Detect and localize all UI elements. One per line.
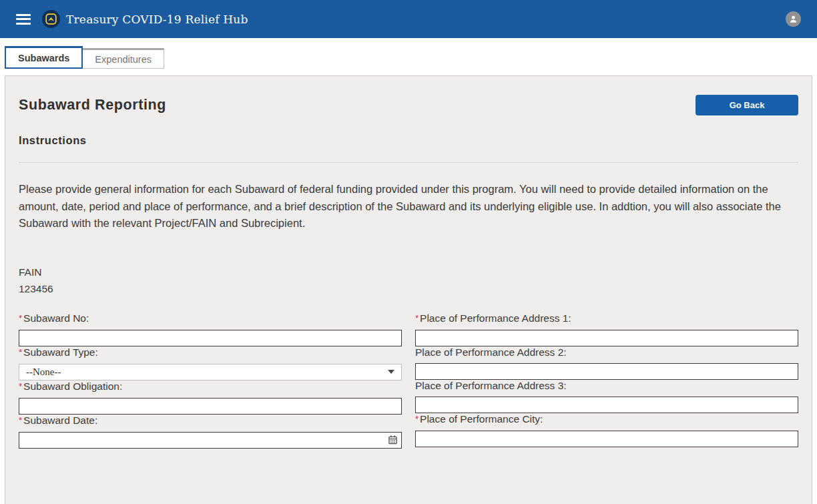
required-asterisk: * <box>19 313 22 323</box>
fain-value: 123456 <box>19 280 798 297</box>
required-asterisk: * <box>19 415 22 425</box>
required-asterisk: * <box>415 313 419 323</box>
field-subaward-obligation-input[interactable] <box>19 398 402 415</box>
tab-bar: Subawards Expenditures <box>0 46 817 69</box>
instructions-heading: Instructions <box>19 134 798 147</box>
field-subaward-date: *Subaward Date: <box>19 415 402 449</box>
field-pop-address-2-label: Place of Performance Address 2: <box>415 346 798 358</box>
field-subaward-date-wrapper <box>19 432 402 449</box>
field-pop-city-label: *Place of Performance City: <box>415 413 798 426</box>
dropdown-caret-icon <box>388 370 394 374</box>
fain-label: FAIN <box>19 264 798 280</box>
field-pop-address-2-input[interactable] <box>415 363 798 380</box>
field-subaward-type: *Subaward Type:--None-- <box>19 346 402 381</box>
field-subaward-type-label: *Subaward Type: <box>19 346 402 359</box>
subaward-form: *Subaward No:*Subaward Type:--None--*Sub… <box>19 312 798 449</box>
required-asterisk: * <box>19 347 22 357</box>
field-subaward-no: *Subaward No: <box>19 312 402 346</box>
treasury-shield-icon <box>42 10 60 28</box>
app-title: Treasury COVID-19 Relief Hub <box>66 13 248 26</box>
subaward-reporting-panel: Subaward Reporting Go Back Instructions … <box>5 75 812 504</box>
tab-subawards-label: Subawards <box>18 53 69 63</box>
user-avatar-icon[interactable] <box>786 11 801 27</box>
required-asterisk: * <box>19 381 22 391</box>
form-col-right: *Place of Performance Address 1:Place of… <box>415 312 798 449</box>
field-pop-address-1-label: *Place of Performance Address 1: <box>415 312 798 325</box>
calendar-icon[interactable] <box>388 435 397 445</box>
field-pop-address-3: Place of Performance Address 3: <box>415 380 798 413</box>
field-pop-address-3-input[interactable] <box>415 397 798 413</box>
field-subaward-no-input[interactable] <box>19 330 402 346</box>
field-pop-address-1: *Place of Performance Address 1: <box>415 312 798 346</box>
tab-expenditures-label: Expenditures <box>95 54 152 65</box>
field-subaward-date-input[interactable] <box>19 432 402 449</box>
field-pop-address-1-input[interactable] <box>415 330 798 346</box>
tab-subawards[interactable]: Subawards <box>5 46 83 69</box>
field-subaward-obligation: *Subaward Obligation: <box>19 381 402 415</box>
fain-block: FAIN 123456 <box>19 264 798 297</box>
instructions-text: Please provide general information for e… <box>19 181 798 232</box>
hamburger-menu-icon[interactable] <box>16 14 31 25</box>
field-subaward-type-select[interactable]: --None-- <box>19 364 402 381</box>
field-pop-address-2: Place of Performance Address 2: <box>415 346 798 380</box>
page-title: Subaward Reporting <box>19 97 166 113</box>
form-col-left: *Subaward No:*Subaward Type:--None--*Sub… <box>19 312 402 449</box>
field-pop-city: *Place of Performance City: <box>415 413 798 447</box>
required-asterisk: * <box>415 414 419 424</box>
app-header: Treasury COVID-19 Relief Hub <box>0 0 817 38</box>
field-subaward-no-label: *Subaward No: <box>19 312 402 325</box>
field-subaward-obligation-label: *Subaward Obligation: <box>19 381 402 393</box>
field-pop-city-input[interactable] <box>415 431 798 447</box>
divider <box>19 162 798 163</box>
field-subaward-date-label: *Subaward Date: <box>19 415 402 427</box>
select-value: --None-- <box>26 366 61 378</box>
field-pop-address-3-label: Place of Performance Address 3: <box>415 380 798 392</box>
go-back-button[interactable]: Go Back <box>696 95 798 115</box>
tab-expenditures[interactable]: Expenditures <box>83 48 164 69</box>
